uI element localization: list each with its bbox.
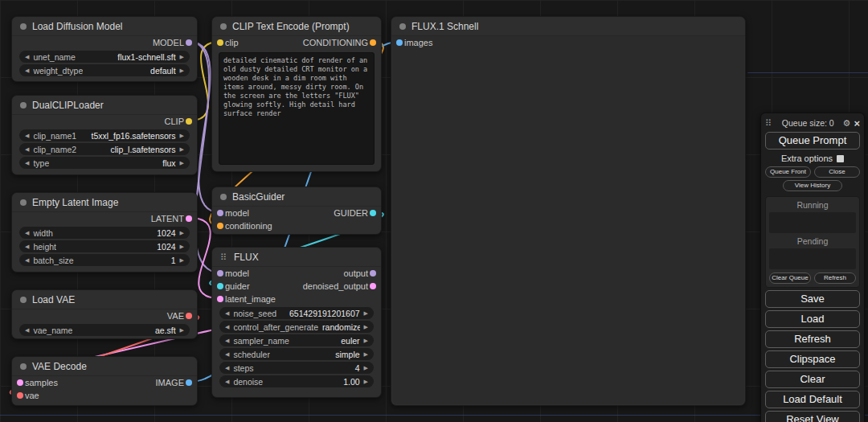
settings-gear-icon[interactable] (843, 118, 851, 129)
queue-front-button[interactable]: Queue Front (765, 166, 811, 178)
clear-queue-button[interactable]: Clear Queue (769, 272, 811, 284)
node-dual-clip-loader[interactable]: DualCLIPLoader CLIP clip_name1 t5xxl_fp1… (11, 95, 198, 175)
collapse-dot-icon[interactable] (399, 23, 406, 30)
widget-vae-name[interactable]: vae_name ae.sft (19, 324, 190, 336)
node-load-diffusion-model[interactable]: Load Diffusion Model MODEL unet_name flu… (11, 16, 198, 82)
increment-arrow-icon[interactable] (364, 338, 368, 343)
decrement-arrow-icon[interactable] (225, 338, 229, 343)
widget-noise-seed[interactable]: noise_seed 651429191201607 (219, 307, 374, 319)
increment-arrow-icon[interactable] (364, 379, 368, 384)
output-slot-image[interactable] (186, 379, 192, 386)
increment-arrow-icon[interactable] (180, 68, 184, 73)
collapse-dot-icon[interactable] (20, 23, 27, 30)
load-default-button[interactable]: Load Default (765, 391, 860, 408)
input-slot-clip[interactable] (217, 39, 223, 46)
increment-arrow-icon[interactable] (364, 324, 368, 330)
widget-control-after-generate[interactable]: control_after_generate randomize (219, 321, 374, 333)
widget-clip-name1[interactable]: clip_name1 t5xxl_fp16.safetensors (19, 129, 190, 141)
decrement-arrow-icon[interactable] (25, 133, 29, 138)
collapse-dot-icon[interactable] (220, 194, 227, 200)
output-slot-clip[interactable] (186, 118, 192, 125)
refresh-button[interactable]: Refresh (765, 330, 860, 348)
node-flux-sampler[interactable]: FLUX model output guider denoised_output… (211, 247, 382, 398)
increment-arrow-icon[interactable] (180, 160, 184, 166)
widget-steps[interactable]: steps 4 (219, 362, 374, 374)
increment-arrow-icon[interactable] (364, 365, 368, 371)
view-history-button[interactable]: View History (783, 180, 842, 191)
widget-width[interactable]: width 1024 (19, 227, 190, 239)
widget-sampler-name[interactable]: sampler_name euler (219, 334, 374, 346)
prompt-textarea[interactable]: detailed cinematic dof render of an old … (219, 52, 375, 165)
output-slot-conditioning[interactable] (370, 39, 376, 46)
decrement-arrow-icon[interactable] (25, 327, 29, 333)
clear-button[interactable]: Clear (765, 371, 860, 388)
decrement-arrow-icon[interactable] (25, 68, 29, 73)
input-slot-model[interactable] (217, 270, 223, 277)
decrement-arrow-icon[interactable] (25, 54, 29, 59)
input-slot-images[interactable] (396, 39, 403, 46)
widget-height[interactable]: height 1024 (19, 240, 190, 252)
collapse-dot-icon[interactable] (20, 199, 27, 206)
widget-batch-size[interactable]: batch_size 1 (19, 254, 190, 266)
collapse-dot-icon[interactable] (20, 102, 27, 109)
load-button[interactable]: Load (765, 310, 860, 328)
drag-grip-icon[interactable] (220, 252, 228, 263)
widget-clip-name2[interactable]: clip_name2 clip_l.safetensors (19, 143, 190, 155)
input-slot-vae[interactable] (17, 392, 23, 399)
output-slot-vae[interactable] (186, 313, 192, 319)
node-basic-guider[interactable]: BasicGuider model GUIDER conditioning (211, 186, 382, 235)
node-load-vae[interactable]: Load VAE VAE vae_name ae.sft (11, 289, 198, 339)
decrement-arrow-icon[interactable] (225, 365, 229, 371)
decrement-arrow-icon[interactable] (25, 257, 29, 263)
output-slot-guider[interactable] (370, 210, 376, 216)
node-title: FLUX (234, 252, 259, 263)
widget-weight-dtype[interactable]: weight_dtype default (19, 64, 190, 76)
reset-view-button[interactable]: Reset View (765, 411, 860, 422)
input-slot-guider[interactable] (217, 283, 223, 289)
queue-prompt-button[interactable]: Queue Prompt (765, 132, 860, 150)
output-slot-output[interactable] (370, 270, 376, 277)
clipspace-button[interactable]: Clipspace (765, 350, 860, 368)
node-clip-text-encode[interactable]: CLIP Text Encode (Prompt) clip CONDITION… (211, 16, 382, 172)
collapse-dot-icon[interactable] (20, 297, 27, 303)
input-slot-conditioning[interactable] (217, 223, 223, 229)
widget-scheduler[interactable]: scheduler simple (219, 348, 374, 360)
decrement-arrow-icon[interactable] (225, 351, 229, 357)
input-slot-latent-image[interactable] (217, 296, 223, 302)
decrement-arrow-icon[interactable] (225, 310, 229, 316)
increment-arrow-icon[interactable] (364, 310, 368, 316)
widget-unet-name[interactable]: unet_name flux1-schnell.sft (19, 51, 190, 63)
increment-arrow-icon[interactable] (180, 257, 184, 263)
increment-arrow-icon[interactable] (180, 230, 184, 236)
extra-options-checkbox[interactable] (837, 155, 844, 162)
close-button[interactable]: Close (814, 166, 860, 178)
increment-arrow-icon[interactable] (180, 54, 184, 59)
increment-arrow-icon[interactable] (364, 351, 368, 357)
increment-arrow-icon[interactable] (180, 133, 184, 138)
node-vae-decode[interactable]: VAE Decode samples IMAGE vae (11, 356, 198, 406)
decrement-arrow-icon[interactable] (25, 244, 29, 249)
increment-arrow-icon[interactable] (180, 327, 184, 333)
decrement-arrow-icon[interactable] (225, 324, 229, 330)
widget-denoise[interactable]: denoise 1.00 (219, 375, 374, 387)
increment-arrow-icon[interactable] (180, 244, 184, 249)
input-slot-samples[interactable] (17, 379, 23, 386)
decrement-arrow-icon[interactable] (225, 379, 229, 384)
output-slot-latent[interactable] (186, 215, 192, 222)
collapse-dot-icon[interactable] (220, 23, 227, 30)
widget-type[interactable]: type flux (19, 157, 190, 169)
output-slot-denoised-output[interactable] (370, 283, 376, 289)
collapse-dot-icon[interactable] (20, 363, 27, 370)
drag-grip-icon[interactable] (765, 118, 773, 129)
refresh-queue-button[interactable]: Refresh (814, 272, 856, 284)
decrement-arrow-icon[interactable] (25, 146, 29, 152)
decrement-arrow-icon[interactable] (25, 230, 29, 236)
increment-arrow-icon[interactable] (180, 146, 184, 152)
close-icon[interactable] (854, 118, 860, 129)
input-slot-model[interactable] (217, 210, 223, 216)
node-empty-latent-image[interactable]: Empty Latent Image LATENT width 1024 hei… (11, 192, 198, 272)
output-slot-model[interactable] (186, 39, 192, 46)
node-flux1-schnell-preview[interactable]: FLUX.1 Schnell images (391, 16, 746, 406)
save-button[interactable]: Save (765, 290, 860, 308)
decrement-arrow-icon[interactable] (25, 160, 29, 166)
